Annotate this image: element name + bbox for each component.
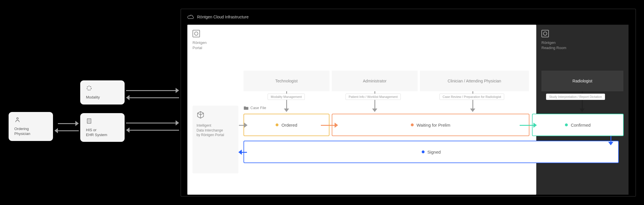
- task-patient-worklist: Patient Info / Worklist Management: [345, 94, 401, 100]
- stage-waiting: Waiting for Prelim: [332, 114, 529, 136]
- svg-rect-2: [87, 119, 91, 123]
- arrow-idi-to-ordered: [239, 122, 248, 128]
- role-technologist: Technologist: [244, 71, 329, 91]
- arrow-bidir: [126, 120, 179, 126]
- ordering-physician-label: Ordering Physician: [14, 127, 47, 136]
- role-administrator: Administrator: [332, 71, 418, 91]
- arrow-ordered-to-waiting: [321, 122, 338, 128]
- arrow-bidir: [126, 127, 179, 133]
- his-ehr-box: HIS or EHR System: [80, 113, 125, 142]
- arrow-waiting-to-confirmed: [520, 122, 537, 128]
- reading-room-name: Reading Room: [541, 45, 623, 51]
- status-dot: [422, 150, 425, 153]
- svg-point-0: [17, 118, 18, 119]
- his-ehr-label: HIS or EHR System: [86, 128, 119, 138]
- svg-point-1: [87, 86, 91, 90]
- arrow-bidir: [54, 128, 79, 134]
- modality-box: Modality: [80, 80, 125, 105]
- arrow-confirmed-to-signed: [608, 136, 614, 145]
- role-clinician: Clinician / Attending Physician: [420, 71, 529, 91]
- task-modality-mgmt: Modality Management: [268, 94, 305, 100]
- modality-label: Modality: [86, 95, 119, 100]
- cloud-title: Röntgen Cloud Infrastructure: [187, 14, 629, 20]
- portal-name: Portal: [193, 45, 531, 51]
- modality-icon: [86, 85, 92, 91]
- status-dot: [276, 123, 278, 126]
- portal-logo-icon: [193, 30, 200, 37]
- arrow-signed-to-idi: [238, 149, 247, 155]
- cloud-icon: [187, 14, 195, 20]
- portal-brand: Röntgen: [193, 40, 531, 45]
- role-radiologist: Radiologist: [541, 71, 623, 91]
- case-file-label: Case File: [244, 106, 266, 110]
- portal-panel: Röntgen Portal Technologist Administrato…: [187, 25, 536, 195]
- arrow-bidir: [54, 121, 79, 126]
- cube-icon: [197, 111, 205, 119]
- arrow-bidir: [126, 95, 179, 100]
- stage-confirmed: Confirmed: [532, 114, 624, 136]
- folder-icon: [244, 106, 249, 110]
- reading-room-logo-icon: [541, 30, 549, 37]
- task-study-interp: Study Interpretation / Report Dictation: [546, 94, 605, 100]
- reading-room-brand: Röntgen: [541, 40, 623, 45]
- ordering-physician-box: Ordering Physician: [9, 112, 53, 141]
- stage-signed: Signed: [244, 141, 619, 163]
- status-dot: [411, 123, 414, 126]
- arrow-bidir: [126, 88, 179, 93]
- idi-label: Intelligent Data Interchange by Röntgen …: [197, 123, 234, 138]
- task-case-review: Case Review / Preparation for Radiologis…: [439, 94, 504, 100]
- reading-room-panel: Röntgen Reading Room Radiologist Study I…: [536, 25, 629, 195]
- idi-box: Intelligent Data Interchange by Röntgen …: [193, 106, 238, 173]
- physician-icon: [14, 117, 21, 123]
- cloud-infrastructure-frame: Röntgen Cloud Infrastructure Röntgen Por…: [180, 9, 636, 197]
- status-dot: [565, 123, 568, 126]
- stage-ordered: Ordered: [244, 114, 329, 136]
- building-icon: [86, 118, 92, 124]
